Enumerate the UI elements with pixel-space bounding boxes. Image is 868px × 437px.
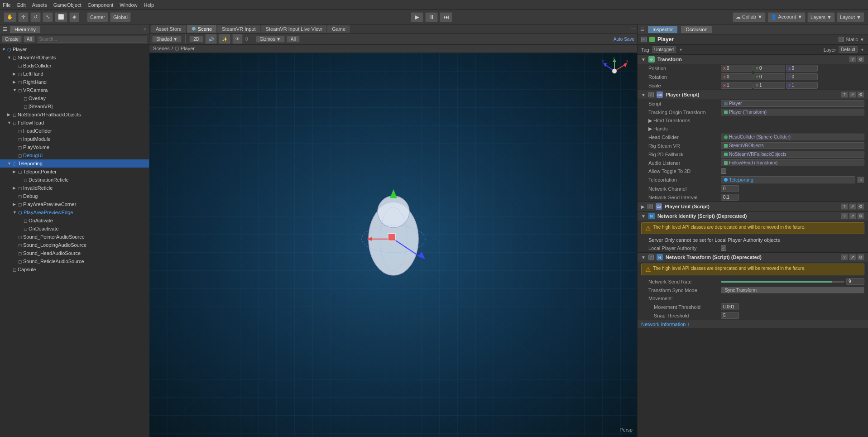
- player-script-enable[interactable]: ✓: [648, 92, 654, 97]
- menu-component[interactable]: Component: [87, 2, 113, 8]
- account-button[interactable]: 👤 Account ▼: [767, 12, 806, 22]
- tree-item-nosteamvr[interactable]: ▶ ◻ NoSteamVRFallbackObjects: [0, 110, 149, 119]
- menu-help[interactable]: Help: [144, 2, 154, 8]
- tree-item-teleportpointer[interactable]: ▶ ◻ TeleportPointer: [0, 168, 149, 176]
- layers-button[interactable]: Layers ▼: [807, 12, 835, 22]
- scale-x[interactable]: X 1: [721, 82, 753, 89]
- player-script-open[interactable]: ↗: [849, 91, 856, 98]
- position-x[interactable]: X 0: [721, 65, 753, 72]
- tree-item-capsule[interactable]: ◻ Capsule: [0, 265, 149, 274]
- rotation-x[interactable]: X 0: [721, 73, 753, 80]
- scene-fx-btn[interactable]: ✨: [219, 34, 230, 44]
- tree-item-vrcamera[interactable]: ▼ ◻ VRCamera: [0, 86, 149, 94]
- tree-item-debugui[interactable]: ◻ DebugUI: [0, 151, 149, 159]
- network-info-bar[interactable]: Network Information ↑: [638, 320, 868, 328]
- network-identity-open[interactable]: ↗: [849, 213, 856, 219]
- tree-item-debug[interactable]: ◻ Debug: [0, 192, 149, 200]
- layer-dropdown[interactable]: Default: [839, 46, 858, 53]
- transform-info-btn[interactable]: ?: [849, 56, 856, 62]
- scene-audio-btn[interactable]: 🔊: [205, 34, 217, 44]
- player-unit-header[interactable]: ▶ ✓ C# Player Unit (Script) ? ↗ ⚙: [638, 202, 868, 211]
- network-transform-header[interactable]: ▼ ✓ N Network Transform (Script) (Deprec…: [638, 253, 868, 262]
- tree-item-playareacorner[interactable]: ▶ ◻ PlayAreaPreviewCorner: [0, 200, 149, 208]
- tree-item-teleporting[interactable]: ▼ ⬡ Teleporting: [0, 159, 149, 168]
- head-collider-value[interactable]: HeadCollider (Sphere Collider): [721, 134, 864, 140]
- tool-rect[interactable]: ⬜: [55, 12, 67, 22]
- player-unit-collapse[interactable]: ▶: [641, 204, 645, 209]
- scene-viewport[interactable]: X Y Z Persp: [149, 53, 637, 437]
- menu-edit[interactable]: Edit: [17, 2, 26, 8]
- player-script-settings[interactable]: ⚙: [857, 91, 864, 98]
- network-send-interval-value[interactable]: 0,1: [721, 194, 739, 201]
- transform-header[interactable]: ▼ ⊹ Transform ? ⚙: [638, 55, 868, 64]
- player-script-header[interactable]: ▼ ✓ C# Player (Script) ? ↗ ⚙: [638, 90, 868, 99]
- tree-item-inputmodule[interactable]: ◻ InputModule: [0, 135, 149, 143]
- breadcrumb-player[interactable]: ⬡Player: [175, 46, 195, 52]
- network-transform-open[interactable]: ↗: [849, 254, 856, 260]
- rotation-y[interactable]: Y 0: [753, 73, 785, 80]
- tree-item-lefthand[interactable]: ▶ ◻ LeftHand: [0, 70, 149, 78]
- tab-asset-store[interactable]: Asset Store: [151, 25, 186, 33]
- layer-arrow[interactable]: ▼: [860, 48, 864, 52]
- tree-item-righthand[interactable]: ▶ ◻ RightHand: [0, 78, 149, 86]
- tree-item-headcollider[interactable]: ◻ HeadCollider: [0, 127, 149, 135]
- tool-scale[interactable]: ⤡: [43, 12, 53, 22]
- player-unit-open[interactable]: ↗: [849, 203, 856, 210]
- play-button[interactable]: ▶: [411, 12, 423, 22]
- shaded-dropdown[interactable]: Shaded ▼: [152, 36, 182, 43]
- tree-item-player[interactable]: ▼ ⬡ Player: [0, 45, 149, 53]
- audio-listener-value[interactable]: FollowHead (Transform): [721, 159, 864, 166]
- tool-custom[interactable]: ◈: [69, 12, 79, 22]
- global-toggle[interactable]: Global: [110, 12, 131, 22]
- player-unit-settings[interactable]: ⚙: [857, 203, 864, 210]
- tag-arrow[interactable]: ▼: [679, 48, 683, 52]
- network-transform-enable[interactable]: ✓: [648, 255, 654, 260]
- local-player-authority-checkbox[interactable]: ✓: [721, 245, 726, 251]
- tree-item-destinationreticle[interactable]: ◻ DestinationReticle: [0, 176, 149, 184]
- network-send-rate-value[interactable]: 9: [846, 278, 864, 285]
- 2d-toggle[interactable]: 2D: [189, 36, 203, 43]
- gizmos-dropdown[interactable]: Gizmos ▼: [256, 36, 285, 43]
- tree-item-overlay[interactable]: ◻ Overlay: [0, 94, 149, 102]
- transform-settings-btn[interactable]: ⚙: [857, 56, 864, 62]
- snap-threshold-value[interactable]: 5: [721, 312, 739, 319]
- tab-scene[interactable]: ⬢ Scene: [187, 25, 216, 33]
- teleportation-value[interactable]: Teleporting: [721, 176, 855, 183]
- tree-item-ondeactivate[interactable]: ◻ OnDeactivate: [0, 225, 149, 233]
- tree-item-playvolume[interactable]: ◻ PlayVolume: [0, 143, 149, 151]
- player-unit-info[interactable]: ?: [841, 203, 848, 210]
- tracking-origin-value[interactable]: Player (Transform): [721, 109, 864, 115]
- network-channel-value[interactable]: 0: [721, 185, 739, 192]
- network-transform-settings[interactable]: ⚙: [857, 254, 864, 260]
- tag-dropdown[interactable]: Untagged: [652, 46, 676, 53]
- tree-item-bodycollider[interactable]: ◻ BodyCollider: [0, 62, 149, 70]
- object-active-checkbox[interactable]: ✓: [641, 37, 647, 42]
- step-button[interactable]: ⏭: [440, 12, 452, 22]
- movement-threshold-value[interactable]: 0.001: [721, 303, 739, 310]
- network-transform-info[interactable]: ?: [841, 254, 848, 260]
- tree-item-steamvrobjects[interactable]: ▼ ◻ SteamVRObjects: [0, 53, 149, 62]
- transform-sync-mode-dropdown[interactable]: Sync Transform: [721, 287, 864, 293]
- collab-button[interactable]: ☁ Collab ▼: [733, 12, 766, 22]
- hierarchy-tab[interactable]: Hierarchy: [10, 26, 40, 33]
- network-identity-header[interactable]: ▼ N Network Identity (Script) (Deprecate…: [638, 211, 868, 221]
- breadcrumb-scenes[interactable]: Scenes: [153, 46, 170, 51]
- menu-gameobject[interactable]: GameObject: [53, 2, 82, 8]
- tree-item-sound-head[interactable]: ◻ Sound_HeadAudioSource: [0, 249, 149, 257]
- network-send-rate-slider[interactable]: 9: [721, 278, 864, 285]
- alllayers-dropdown[interactable]: All: [287, 36, 300, 43]
- tab-occlusion[interactable]: Occlusion: [681, 26, 712, 33]
- tab-steamvr-input[interactable]: SteamVR Input: [217, 25, 260, 33]
- tab-game[interactable]: Game: [327, 25, 350, 33]
- tree-item-steamvr[interactable]: ◻ [SteamVR]: [0, 102, 149, 110]
- allow-toggle-checkbox[interactable]: [721, 168, 726, 174]
- transform-collapse-arrow[interactable]: ▼: [641, 57, 646, 62]
- network-identity-collapse[interactable]: ▼: [641, 214, 646, 219]
- tree-item-invalidreticle[interactable]: ▶ ◻ InvalidReticle: [0, 184, 149, 192]
- tree-item-sound-pointer[interactable]: ◻ Sound_PointerAudioSource: [0, 233, 149, 241]
- player-unit-enable[interactable]: ✓: [647, 204, 653, 209]
- rotation-z[interactable]: Z 0: [786, 73, 818, 80]
- menu-assets[interactable]: Assets: [32, 2, 47, 8]
- tool-hand[interactable]: ✋: [4, 12, 16, 22]
- static-checkbox[interactable]: [839, 37, 844, 42]
